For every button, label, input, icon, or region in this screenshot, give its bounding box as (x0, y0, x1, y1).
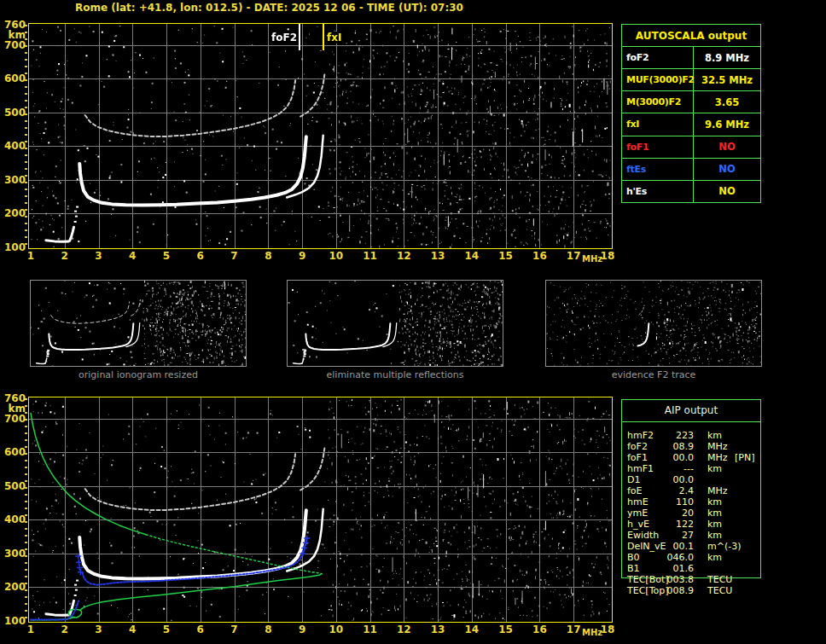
autoscala-row-fxi: fxI9.6 MHz (622, 113, 760, 136)
aip-row-tecbot: TEC[Bot]003.8TECU (622, 574, 762, 585)
x-tick-label: 10 (329, 251, 343, 262)
parameter-value: 223 (646, 430, 694, 441)
parameter-name: h'Es (622, 181, 694, 202)
parameter-note: [PN] (735, 452, 754, 463)
thumbnail-f2-evidence-panel (545, 280, 762, 367)
fxi-marker-label: fxI (326, 32, 342, 44)
parameter-unit: MHz (707, 485, 728, 496)
x-tick-label: 2 (61, 251, 68, 262)
aip-table-header: AIP output (622, 404, 760, 416)
aip-row-d1: D100.0 (622, 474, 762, 485)
aip-row-yme: ymE20km (622, 508, 762, 519)
y-tick-label: 200 (0, 208, 26, 219)
parameter-name: B0 (627, 552, 640, 563)
parameter-name: B1 (627, 563, 640, 574)
y-axis-unit-label: km (0, 403, 26, 415)
x-tick-label: 14 (465, 624, 480, 635)
parameter-name: fxI (622, 113, 694, 135)
window-title: Rome (lat: +41.8, lon: 012.5) - DATE: 20… (75, 2, 463, 14)
fxi-marker-line (323, 24, 324, 50)
parameter-unit: km (707, 496, 722, 508)
x-tick-label: 10 (329, 624, 343, 635)
x-axis-unit-label: MHz (582, 254, 602, 264)
x-tick-label: 3 (95, 624, 102, 635)
parameter-unit: TECU (707, 574, 732, 585)
x-tick-label: 3 (95, 251, 102, 262)
x-tick-label: 5 (163, 624, 170, 635)
aip-row-foe: foE2.4MHz (622, 485, 762, 496)
parameter-unit: MHz (707, 441, 728, 452)
aip-row-ewidth: Ewidth27km (622, 530, 762, 541)
parameter-unit: TECU (707, 585, 732, 596)
aip-row-fof1: foF100.0MHz[PN] (622, 452, 762, 463)
x-axis-unit-label: MHz (582, 628, 602, 637)
y-tick-label: 300 (0, 175, 26, 186)
parameter-name: ymE (627, 508, 648, 519)
y-tick-label: 600 (0, 447, 26, 458)
x-tick-label: 16 (532, 251, 547, 262)
aip-row-b0: B0046.0km (622, 552, 762, 563)
aip-row-hme: hmE110km (622, 496, 762, 508)
autoscala-row-ftes: ftEsNO (622, 159, 760, 181)
parameter-name: foF2 (627, 441, 648, 452)
y-tick-label: 100 (0, 242, 26, 253)
x-tick-label: 4 (129, 251, 136, 262)
y-axis-unit-label: km (0, 30, 26, 41)
parameter-value: 01.6 (646, 563, 694, 574)
autoscala-output-table: AUTOSCALA output foF28.9 MHzMUF(3000)F23… (621, 24, 761, 203)
thumbnail-original-canvas (31, 281, 246, 366)
x-tick-label: 4 (129, 624, 136, 635)
aip-row-hmf2: hmF2223km (622, 430, 762, 441)
y-tick-label: 200 (0, 582, 26, 593)
aip-header-separator (622, 421, 760, 422)
y-tick-label: 300 (0, 548, 26, 560)
x-tick-label: 9 (299, 251, 305, 262)
parameter-value: NO (694, 136, 760, 158)
x-tick-label: 5 (163, 251, 170, 262)
parameter-unit: km (707, 430, 722, 441)
x-tick-label: 13 (431, 251, 445, 262)
x-tick-label: 9 (299, 624, 305, 635)
thumbnail-f2-evidence-canvas (546, 281, 761, 366)
parameter-value: 27 (646, 530, 694, 541)
y-tick-label: 500 (0, 481, 26, 492)
parameter-value: 8.9 MHz (694, 47, 760, 68)
y-tick-label: 100 (0, 616, 26, 627)
parameter-value: 20 (646, 508, 694, 519)
thumbnail-original-caption: original ionogram resized (30, 369, 247, 380)
parameter-name: foF2 (622, 47, 694, 68)
parameter-value: 008.9 (646, 585, 694, 596)
y-tick-label: 600 (0, 73, 26, 84)
aip-row-delnve: DelN_vE00.1m^(-3) (622, 541, 762, 552)
y-tick-label: 500 (0, 107, 26, 119)
aip-output-table: AIP output hmF2223kmfoF208.9MHzfoF100.0M… (621, 399, 761, 578)
x-tick-label: 13 (431, 624, 445, 635)
parameter-unit: m^(-3) (707, 541, 741, 552)
x-tick-label: 7 (230, 624, 237, 635)
parameter-unit: km (707, 552, 722, 563)
x-tick-label: 12 (397, 251, 411, 262)
x-tick-label: 8 (265, 624, 271, 635)
parameter-value: 32.5 MHz (694, 69, 760, 90)
parameter-value: 00.1 (646, 541, 694, 552)
x-tick-label: 8 (265, 251, 271, 262)
parameter-name: M(3000)F2 (622, 91, 694, 113)
parameter-unit: km (707, 508, 722, 519)
parameter-value: 08.9 (646, 441, 694, 452)
aip-row-hve: h_vE122km (622, 519, 762, 530)
x-tick-label: 1 (27, 624, 34, 635)
autoscala-table-header: AUTOSCALA output (622, 25, 760, 47)
aip-row-b1: B101.6 (622, 563, 762, 574)
x-tick-label: 1 (27, 251, 34, 262)
thumbnail-cleaned-canvas (288, 281, 503, 366)
top-ionogram-canvas (29, 24, 612, 248)
autoscala-row-hes: h'EsNO (622, 181, 760, 202)
autoscala-row-m3000f2: M(3000)F23.65 (622, 91, 760, 113)
parameter-value: 00.0 (646, 474, 694, 485)
parameter-value: NO (694, 181, 760, 202)
x-tick-label: 14 (465, 251, 480, 262)
parameter-value: 046.0 (646, 552, 694, 563)
x-tick-label: 12 (397, 624, 411, 635)
parameter-name: MUF(3000)F2 (622, 69, 694, 90)
y-tick-label: 400 (0, 514, 26, 525)
